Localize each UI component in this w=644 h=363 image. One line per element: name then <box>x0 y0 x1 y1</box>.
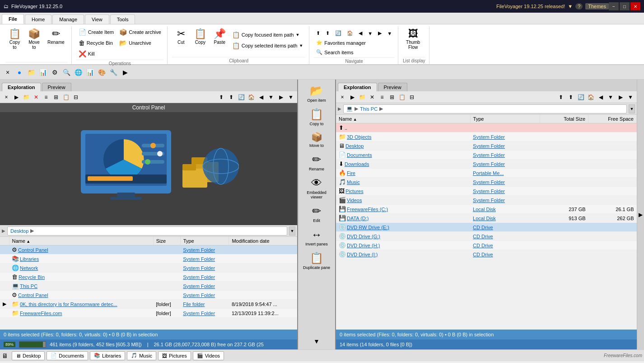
mid-invert-panes[interactable]: ↔ Invert panes <box>300 226 333 249</box>
right-nav-btn-6[interactable]: ⊞ <box>387 93 397 102</box>
left-nav-back-dd[interactable]: ▼ <box>266 93 275 102</box>
left-nav-up[interactable]: ⬆ <box>217 93 226 102</box>
move-to-button[interactable]: 📦 Moveto <box>25 27 43 52</box>
right-nav-home[interactable]: 🏠 <box>586 93 595 102</box>
table-row[interactable]: 🖥Desktop System Folder <box>336 141 637 151</box>
toolbar-btn-1[interactable]: × <box>3 67 13 77</box>
left-tab-exploration[interactable]: Exploration <box>2 83 41 91</box>
table-row[interactable]: 🖼Pictures System Folder <box>336 187 637 196</box>
toolbar-btn-8[interactable]: 📊 <box>85 67 95 77</box>
right-nav-btn-1[interactable]: × <box>338 93 347 102</box>
left-col-size[interactable]: Size <box>153 237 180 245</box>
table-row[interactable]: ⚙Control Panel System Folder <box>0 291 297 300</box>
row-name[interactable]: 💻This PC <box>9 282 153 291</box>
themes-button[interactable]: Themes <box>585 3 609 9</box>
toolbar-btn-11[interactable]: ▶ <box>120 67 130 77</box>
toolbar-btn-6[interactable]: 🔍 <box>61 67 71 77</box>
search-items-button[interactable]: 🔍 Search items <box>314 48 355 57</box>
table-row[interactable]: 💾DATA (D:) Local Disk 913 GB 262 GB <box>336 214 637 223</box>
table-row[interactable]: ▶ 📁0K, this directory is for Ransomware … <box>0 300 297 309</box>
nav-home-button[interactable]: 🏠 <box>345 29 355 38</box>
nav-back-button[interactable]: ◀ <box>356 29 364 38</box>
mid-move-to[interactable]: 📦 Move to <box>300 129 333 150</box>
tab-tools[interactable]: Tools <box>110 14 135 24</box>
right-nav-btn-2[interactable]: ▶ <box>348 93 357 102</box>
mid-edit[interactable]: ✏ Edit <box>300 203 333 225</box>
rename-button[interactable]: ✏ Rename <box>44 27 68 47</box>
left-nav-btn-7[interactable]: ⊟ <box>71 93 80 102</box>
left-nav-btn-close[interactable]: ✕ <box>32 93 41 102</box>
row-name[interactable]: 💿DVD Drive (G:) <box>336 232 470 241</box>
close-button[interactable]: ✕ <box>630 2 640 10</box>
left-nav-btn-5[interactable]: ⊞ <box>51 93 61 102</box>
taskbar-item-music[interactable]: 🎵 Music <box>127 351 156 360</box>
toolbar-btn-4[interactable]: 📊 <box>38 67 48 77</box>
right-file-table-container[interactable]: Name Type Total Size Free Space ⬆.. <box>336 115 637 330</box>
left-tab-preview[interactable]: Preview <box>42 83 71 91</box>
row-name[interactable]: 📁0K, this directory is for Ransomware de… <box>9 300 153 309</box>
table-row[interactable]: 🗑Recycle Bin System Folder <box>0 273 297 282</box>
toolbar-btn-9[interactable]: 🎨 <box>97 67 107 77</box>
toolbar-btn-7[interactable]: 🌐 <box>73 67 83 77</box>
table-row[interactable]: ⬇Downloads System Folder <box>336 160 637 169</box>
copy-selected-paths-button[interactable]: 📋 Copy selected items path ▼ <box>230 41 305 51</box>
left-col-date[interactable]: Modification date <box>229 237 297 245</box>
toolbar-btn-5[interactable]: ⚙ <box>50 67 60 77</box>
maximize-button[interactable]: □ <box>620 2 630 10</box>
favorites-manager-button[interactable]: ⭐ Favorites manager <box>314 38 368 47</box>
table-row[interactable]: 💿DVD Drive (H:) CD Drive <box>336 241 637 250</box>
toolbar-btn-3[interactable]: 📁 <box>26 67 36 77</box>
taskbar-item-documents[interactable]: 📄 Documents <box>47 351 88 360</box>
right-nav-btn-3[interactable]: 📁 <box>358 93 367 102</box>
table-row[interactable]: ⚙Control Panel System Folder <box>0 245 297 255</box>
table-row[interactable]: 💿DVD RW Drive (E:) CD Drive <box>336 223 637 232</box>
row-name[interactable]: 💿DVD Drive (I:) <box>336 250 470 259</box>
copy-button[interactable]: 📋 Copy <box>191 27 210 47</box>
bc-thispc[interactable]: This PC <box>360 106 378 112</box>
right-nav-forward-dd[interactable]: ▼ <box>626 93 635 102</box>
mid-open-item[interactable]: 📂 Open item <box>300 82 333 105</box>
right-nav-btn-7[interactable]: 📋 <box>397 93 406 102</box>
left-col-type[interactable]: Type <box>180 237 229 245</box>
table-row[interactable]: 🌐Network System Folder <box>0 264 297 273</box>
mid-copy-to[interactable]: 📋 Copy to <box>300 106 333 128</box>
toolbar-btn-10[interactable]: 🔧 <box>108 67 118 77</box>
left-file-table-container[interactable]: Name Size Type Modification date ⚙Contro… <box>0 237 297 330</box>
nav-forward-button[interactable]: ▶ <box>376 29 384 38</box>
table-row[interactable]: 🎵Music System Folder <box>336 178 637 187</box>
nav-back-dd-button[interactable]: ▼ <box>365 29 375 38</box>
right-col-type[interactable]: Type <box>470 115 540 123</box>
create-archive-button[interactable]: 📦 Create archive <box>117 27 163 37</box>
left-bc-expand[interactable]: ▼ <box>289 226 295 236</box>
right-pane-scroll-arrow[interactable]: ▶ <box>637 80 644 349</box>
nav-refresh-button[interactable]: 🔄 <box>333 29 344 38</box>
nav-forward-dd-button[interactable]: ▼ <box>385 29 394 38</box>
left-col-name[interactable]: Name <box>9 237 153 245</box>
right-nav-refresh[interactable]: 🔄 <box>576 93 585 102</box>
row-name[interactable]: ⬆.. <box>336 123 470 132</box>
thumb-flow-button[interactable]: 🖼 ThumbFlow <box>403 27 423 52</box>
bc-desktop[interactable]: Desktop <box>10 228 28 234</box>
right-bc-expand[interactable]: ▼ <box>629 104 635 113</box>
right-nav-btn-5[interactable]: ≡ <box>378 93 387 102</box>
left-nav-up2[interactable]: ⬆ <box>227 93 236 102</box>
table-row[interactable]: 📁3D Objects System Folder <box>336 132 637 141</box>
table-row[interactable]: 💾FreewareFiles (C:) Local Disk 237 GB 26… <box>336 205 637 214</box>
table-row[interactable]: 💻This PC System Folder <box>0 282 297 291</box>
left-nav-back[interactable]: ◀ <box>257 93 266 102</box>
right-col-size[interactable]: Total Size <box>540 115 588 123</box>
unarchive-button[interactable]: 📂 Unarchive <box>117 38 163 48</box>
tab-file[interactable]: File <box>2 14 24 24</box>
row-name[interactable]: 💿DVD Drive (H:) <box>336 241 470 250</box>
tab-manage[interactable]: Manage <box>52 14 84 24</box>
row-name[interactable]: 📚Libraries <box>9 255 153 264</box>
row-name[interactable]: 📁3D Objects <box>336 132 470 141</box>
mid-rename[interactable]: ✏ Rename <box>300 151 333 174</box>
left-nav-home[interactable]: 🏠 <box>247 93 256 102</box>
recycle-bin-button[interactable]: 🗑 Recycle Bin <box>76 38 116 48</box>
row-name[interactable]: ⚙Control Panel <box>9 245 153 255</box>
table-row[interactable]: 📄Documents System Folder <box>336 151 637 160</box>
left-expand-icon[interactable]: ▶ <box>2 228 5 233</box>
kill-button[interactable]: ❌ Kill <box>76 49 116 59</box>
right-tab-preview[interactable]: Preview <box>378 83 407 91</box>
